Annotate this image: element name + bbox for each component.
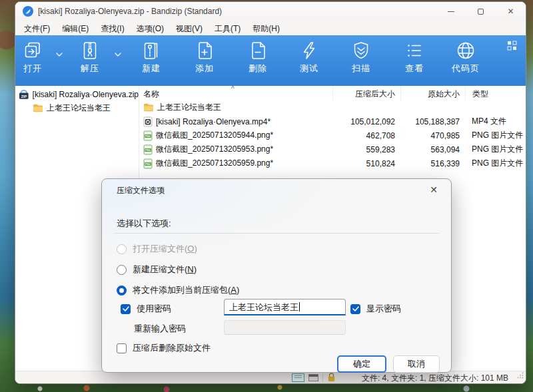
file-row-mp4[interactable]: [kisaki] Rozaliya·Olenyeva.mp4* 105,012,… (139, 114, 526, 128)
open-button[interactable]: 打开 (15, 39, 54, 82)
png-file-icon: PNG (143, 158, 153, 169)
column-header-type[interactable]: 类型 (465, 86, 526, 100)
show-password-checkbox[interactable]: 显示密码 (350, 303, 401, 315)
file-name: 微信截图_20250713205953.png* (156, 144, 273, 155)
extract-dropdown-caret-icon[interactable] (115, 47, 121, 59)
file-type: PNG 图片文件 (465, 158, 526, 169)
menu-help[interactable]: 帮助(H) (247, 21, 286, 35)
file-row-png-3[interactable]: PNG 微信截图_20250713205959.png* 510,824 516… (139, 156, 526, 170)
radio-add-to-current-archive[interactable]: 将文件添加到当前压缩包(A) (117, 284, 239, 296)
reenter-password-label: 重新输入密码 (134, 323, 186, 335)
add-icon (195, 41, 215, 61)
desktop-wallpaper: [kisaki] Rozaliya-Olenyeva.zip - Bandizi… (0, 0, 533, 392)
minimize-button[interactable] (436, 2, 466, 21)
menu-find[interactable]: 查找(I) (95, 21, 130, 35)
add-label: 添加 (183, 63, 226, 75)
view-icon (404, 41, 424, 61)
file-packed-size: 462,708 (332, 131, 400, 140)
scan-icon (351, 41, 371, 61)
menu-view[interactable]: 视图(V) (170, 21, 209, 35)
extract-icon (80, 41, 100, 61)
view-button[interactable]: 查看 (393, 39, 436, 82)
file-original-size: 563,094 (400, 145, 465, 154)
use-password-checkbox[interactable]: 使用密码 (121, 303, 171, 315)
ok-button[interactable]: 确定 (337, 355, 386, 373)
file-name: 微信截图_20250713205959.png* (156, 158, 273, 169)
view-label: 查看 (393, 63, 436, 75)
file-name: 微信截图_20250713205944.png* (156, 130, 273, 141)
mp4-file-icon (143, 116, 153, 127)
scan-button[interactable]: 扫描 (340, 39, 382, 82)
svg-text:PNG: PNG (145, 163, 151, 166)
png-file-icon: PNG (143, 130, 153, 141)
extract-button[interactable]: 解压 (69, 39, 111, 82)
view-mode-list-button[interactable] (292, 373, 304, 382)
column-header-name[interactable]: 名称 (139, 86, 332, 100)
file-packed-size: 105,012,092 (332, 117, 400, 126)
file-row-png-2[interactable]: PNG 微信截图_20250713205953.png* 559,283 563… (139, 142, 526, 156)
layout-grid-icon (507, 41, 518, 51)
dialog-close-button[interactable]: ✕ (426, 183, 442, 196)
toolbar: 打开 解压 (15, 35, 526, 86)
maximize-button[interactable] (466, 2, 496, 21)
column-header-original-size[interactable]: 原始大小 (400, 86, 465, 100)
statusbar-divider (322, 373, 323, 382)
new-archive-icon (141, 41, 161, 61)
file-type: MP4 文件 (465, 116, 526, 127)
password-value: 上老王论坛当老王 (229, 302, 298, 312)
view-mode-detail-button[interactable] (308, 374, 318, 381)
delete-label: 删除 (237, 63, 279, 75)
new-archive-button[interactable]: 新建 (130, 39, 173, 82)
close-icon: ✕ (507, 7, 514, 16)
test-icon (299, 41, 319, 61)
menubar: 文件(F) 编辑(E) 查找(I) 选项(O) 视图(V) 工具(T) 帮助(H… (15, 21, 526, 35)
column-header-packed-size[interactable]: 压缩后大小 (332, 86, 400, 100)
tree-item-folder[interactable]: 上老王论坛当老王 (15, 101, 139, 114)
cancel-button[interactable]: 取消 (393, 355, 440, 373)
delete-original-checkbox[interactable]: 压缩后删除原始文件 (117, 342, 211, 354)
file-type: PNG 图片文件 (465, 130, 526, 141)
radio-label: 新建压缩文件(N) (133, 264, 197, 276)
file-original-size: 470,985 (400, 131, 465, 140)
bandizip-logo-icon (23, 6, 33, 19)
add-button[interactable]: 添加 (183, 39, 226, 82)
codepage-globe-icon (456, 41, 476, 61)
reenter-password-input (224, 320, 346, 335)
menu-tools[interactable]: 工具(T) (209, 21, 247, 35)
file-row-png-1[interactable]: PNG 微信截图_20250713205944.png* 462,708 470… (139, 128, 526, 142)
delete-icon (248, 41, 268, 61)
codepage-button[interactable]: 代码页 (444, 39, 487, 82)
open-dropdown-caret-icon[interactable] (56, 47, 63, 59)
svg-text:ZIP: ZIP (21, 95, 27, 98)
delete-original-label: 压缩后删除原始文件 (133, 342, 211, 354)
radio-new-archive[interactable]: 新建压缩文件(N) (117, 264, 197, 276)
menu-file[interactable]: 文件(F) (18, 21, 56, 35)
zip-archive-icon: ZIP (19, 89, 29, 100)
compression-options-dialog: 压缩文件选项 ✕ 选择以下选项: 打开压缩文件(O) 新建压缩文件(N) 将文件… (101, 178, 452, 373)
tree-item-label: 上老王论坛当老王 (47, 102, 111, 114)
list-header: ^ 名称 压缩后大小 原始大小 类型 (139, 86, 526, 100)
titlebar: [kisaki] Rozaliya-Olenyeva.zip - Bandizi… (15, 2, 526, 21)
svg-text:PNG: PNG (145, 135, 151, 138)
file-type: PNG 图片文件 (465, 144, 526, 155)
checkbox-checked-icon (350, 304, 360, 314)
file-row-folder[interactable]: 上老王论坛当老王 (139, 100, 526, 114)
resize-grip[interactable] (517, 369, 524, 381)
radio-label: 将文件添加到当前压缩包(A) (133, 284, 239, 296)
test-label: 测试 (288, 63, 330, 75)
password-input[interactable]: 上老王论坛当老王 (224, 299, 346, 315)
radio-icon (117, 244, 127, 254)
close-button[interactable]: ✕ (496, 2, 526, 21)
menu-edit[interactable]: 编辑(E) (56, 21, 95, 35)
sort-ascending-icon: ^ (231, 85, 235, 93)
layout-toggle-button[interactable] (507, 41, 518, 54)
window-controls: ✕ (436, 2, 526, 21)
png-file-icon: PNG (143, 144, 153, 155)
delete-button[interactable]: 删除 (237, 39, 279, 82)
test-button[interactable]: 测试 (288, 39, 330, 82)
menu-options[interactable]: 选项(O) (131, 21, 170, 35)
tree-item-archive-root[interactable]: ZIP [kisaki] Rozaliya·Olenyeva.zip (15, 88, 139, 101)
open-label: 打开 (15, 63, 54, 75)
minimize-icon (448, 11, 454, 12)
extract-label: 解压 (69, 63, 111, 75)
